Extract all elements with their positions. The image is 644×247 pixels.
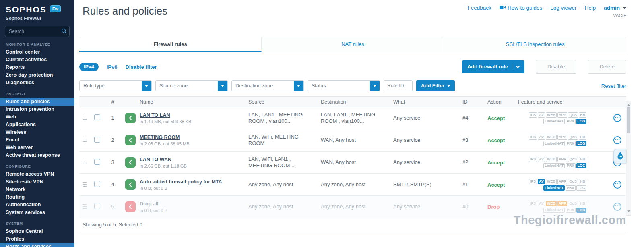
rule-number: 3: [104, 159, 121, 166]
log-viewer-link[interactable]: Log viewer: [550, 5, 576, 11]
tab-firewall-rules[interactable]: Firewall rules: [79, 37, 262, 52]
search-icon[interactable]: [61, 28, 67, 35]
row-checkbox[interactable]: [94, 181, 100, 187]
rule-name-link[interactable]: LAN TO LAN: [140, 112, 170, 118]
scroll-up-icon[interactable]: [627, 103, 630, 106]
feature-tag-prx: PRX: [566, 185, 576, 191]
rule-action: Accept: [487, 137, 505, 143]
sidebar-item-web[interactable]: Web: [0, 113, 74, 121]
destination-zone-select[interactable]: Destination zone: [231, 80, 304, 91]
feature-tag-av: AV: [538, 112, 545, 118]
disable-button[interactable]: Disable: [536, 60, 576, 74]
feature-tag-hb: HB: [579, 135, 586, 140]
rule-features: IPSAVWEBAPPQoSHB LinkedNATPRXLOG: [518, 179, 609, 191]
sidebar-item-applications[interactable]: Applications: [0, 121, 74, 129]
sidebar-item-web-server[interactable]: Web server: [0, 144, 74, 152]
rule-what: SMTP, SMTP(S): [393, 181, 462, 188]
rule-name-link[interactable]: LAN TO WAN: [140, 157, 171, 162]
feature-tag-ips: IPS: [529, 135, 537, 140]
ipv6-filter-link[interactable]: IPv6: [107, 64, 118, 70]
drag-handle-icon[interactable]: [83, 160, 87, 164]
admin-menu[interactable]: admin: [604, 5, 626, 11]
sidebar-item-routing[interactable]: Routing: [0, 193, 74, 201]
rule-name-link[interactable]: Auto added firewall policy for MTA: [140, 179, 222, 185]
reset-filter-link[interactable]: Reset filter: [601, 83, 626, 89]
row-actions-button[interactable]: [613, 203, 621, 211]
rule-id: #0: [462, 203, 487, 210]
rule-features: IPSAVWEBAPPQoSHB LinkedNATPRXLOG: [518, 112, 609, 124]
row-actions-button[interactable]: [613, 181, 621, 189]
tab-nat-rules[interactable]: NAT rules: [262, 37, 444, 52]
sidebar-item-remote-access-vpn[interactable]: Remote access VPN: [0, 170, 74, 178]
rule-what: Any service: [393, 115, 462, 121]
caret-down-icon: [221, 85, 224, 89]
row-checkbox[interactable]: [94, 114, 100, 120]
scrollbar-thumb[interactable]: [627, 107, 630, 133]
rule-name-link[interactable]: MEETING ROOM: [140, 135, 180, 140]
rule-name-link[interactable]: Drop all: [140, 201, 159, 207]
sidebar-item-diagnostics[interactable]: Diagnostics: [0, 79, 74, 87]
rule-type-select[interactable]: Rule type: [79, 80, 152, 91]
feature-tag-log: LOG: [576, 119, 587, 124]
sidebar-section: MONITOR & ANALYZEControl centerCurrent a…: [0, 37, 74, 87]
sidebar-section: SYSTEMSophos CentralProfilesHosts and se…: [0, 216, 74, 247]
sidebar-item-email[interactable]: Email: [0, 136, 74, 144]
sidebar-item-hosts-and-services[interactable]: Hosts and services: [0, 243, 74, 247]
sidebar-item-system-services[interactable]: System services: [0, 209, 74, 216]
drag-handle-icon[interactable]: [83, 116, 87, 120]
feature-tag-app: APP: [557, 201, 568, 206]
sidebar-item-authentication[interactable]: Authentication: [0, 201, 74, 209]
sidebar-item-site-to-site-vpn[interactable]: Site-to-site VPN: [0, 178, 74, 186]
howto-guides-link[interactable]: How-to guides: [500, 5, 542, 11]
sidebar-item-control-center[interactable]: Control center: [0, 48, 74, 56]
drag-handle-icon[interactable]: [83, 138, 87, 142]
rule-destination: WAN, Any host: [321, 137, 393, 143]
scroll-down-icon[interactable]: [627, 210, 630, 214]
rule-type-icon: [125, 157, 136, 168]
vertical-scrollbar[interactable]: [626, 101, 631, 216]
sidebar-item-current-activities[interactable]: Current activities: [0, 56, 74, 64]
feature-tag-log: LOG: [576, 163, 587, 168]
drag-handle-icon[interactable]: [83, 182, 87, 187]
rule-type-icon: [125, 201, 136, 212]
sidebar-item-zero-day-protection[interactable]: Zero-day protection: [0, 71, 74, 79]
sidebar-item-wireless[interactable]: Wireless: [0, 129, 74, 136]
rule-traffic-stats: in 2.05 GB, out 68.05 MB: [140, 141, 244, 146]
row-checkbox[interactable]: [94, 159, 100, 165]
rule-features: IPSAVWEBAPPQoSHB LinkedNATPRXLOG: [518, 201, 609, 213]
disable-filter-link[interactable]: Disable filter: [125, 64, 157, 70]
feedback-link[interactable]: Feedback: [468, 5, 491, 11]
sidebar-item-network[interactable]: Network: [0, 186, 74, 193]
sidebar-item-sophos-central[interactable]: Sophos Central: [0, 228, 74, 235]
add-filter-button[interactable]: Add Filter: [416, 80, 455, 91]
sidebar-item-profiles[interactable]: Profiles: [0, 235, 74, 243]
rule-type-icon: [125, 135, 136, 145]
add-firewall-rule-button[interactable]: Add firewall rule: [462, 60, 524, 73]
row-actions-button[interactable]: [613, 114, 621, 122]
page-title: Rules and policies: [83, 5, 167, 17]
feature-tag-prx: PRX: [566, 208, 576, 213]
table-row: 3 LAN TO WAN in 2.66 GB, out 1.18 GB LAN…: [79, 152, 626, 174]
tab-ssl-tls-inspection-rules[interactable]: SSL/TLS inspection rules: [444, 37, 626, 52]
feature-tag-web: WEB: [546, 201, 557, 206]
row-checkbox[interactable]: [94, 203, 100, 209]
sidebar-item-active-threat-response[interactable]: Active threat response: [0, 152, 74, 159]
search-input[interactable]: [5, 26, 70, 37]
assistant-button[interactable]: [613, 149, 626, 163]
rule-what: Any service: [393, 203, 462, 210]
sidebar-item-rules-and-policies[interactable]: Rules and policies: [0, 98, 74, 106]
drag-handle-icon[interactable]: [83, 204, 87, 209]
filter-row: Rule type Source zone Destination zone S…: [79, 79, 626, 96]
delete-button[interactable]: Delete: [588, 60, 626, 74]
status-select[interactable]: Status: [308, 80, 380, 91]
ipv4-filter-pill[interactable]: IPv4: [79, 63, 99, 71]
sidebar-item-intrusion-prevention[interactable]: Intrusion prevention: [0, 106, 74, 113]
source-zone-select[interactable]: Source zone: [155, 80, 228, 91]
column-header-name: Name: [140, 99, 248, 105]
help-link[interactable]: Help: [584, 5, 596, 11]
row-actions-button[interactable]: [613, 136, 621, 144]
rule-id-input[interactable]: [384, 80, 413, 91]
sidebar-item-reports[interactable]: Reports: [0, 64, 74, 71]
rule-destination: LAN, LAN1 , MEETING ROOM , vlan100...: [321, 112, 393, 125]
row-checkbox[interactable]: [94, 137, 100, 143]
